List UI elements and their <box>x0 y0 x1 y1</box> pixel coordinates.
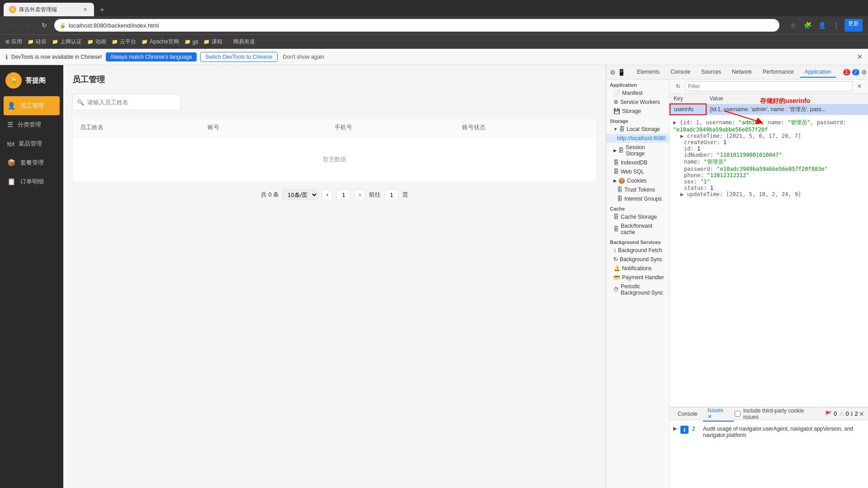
tab-application[interactable]: Application <box>800 67 836 78</box>
bottom-tab-console[interactable]: Console <box>673 410 702 418</box>
goto-page-input[interactable] <box>384 189 399 200</box>
web-sql-icon: 🗄 <box>613 169 619 175</box>
nav-payment-handler[interactable]: 💳 Payment Handler <box>606 273 669 282</box>
sidebar-item-category[interactable]: ☰ 分类管理 <box>0 115 63 134</box>
devtools-inspect-btn[interactable]: ⚙ <box>610 67 616 78</box>
cookie-checkbox-row: Include third-party cookie issues <box>735 408 821 420</box>
active-tab[interactable]: 珠 珠吉外卖管理端 ✕ <box>4 3 94 16</box>
table-row[interactable]: userinfo {id:1, username: 'admin', name … <box>670 104 868 115</box>
tab-bar: 珠 珠吉外卖管理端 ✕ + <box>0 0 868 16</box>
nav-indexed-db[interactable]: 🗄 IndexedDB <box>606 158 669 167</box>
back-button[interactable]: ← <box>5 19 18 32</box>
nav-storage[interactable]: 💾 Storage <box>606 107 669 116</box>
bookmark-youdao[interactable]: Y 网易有道 <box>228 38 255 46</box>
cookies-label: Cookies <box>627 178 646 184</box>
search-input[interactable] <box>72 94 181 110</box>
sidebar-item-package[interactable]: 📦 套餐管理 <box>0 153 63 172</box>
bg-sync-icon: ↻ <box>613 256 618 263</box>
bookmark-apps[interactable]: ⊞ 应用 <box>5 38 22 46</box>
tab-close-btn[interactable]: ✕ <box>81 6 89 13</box>
bookmark-animation[interactable]: 📁 动画 <box>87 38 106 46</box>
nav-cache-storage[interactable]: 🗄 Cache Storage <box>606 212 669 221</box>
filter-input[interactable] <box>685 81 853 91</box>
nav-manifest[interactable]: 📄 Manifest <box>606 89 669 98</box>
nav-local-storage[interactable]: ▼ 🗄 Local Storage <box>606 125 669 134</box>
tab-network[interactable]: Network <box>727 67 756 78</box>
prev-page-button[interactable]: ‹ <box>322 189 333 200</box>
nav-bg-fetch[interactable]: ↕ Background Fetch <box>606 246 669 255</box>
json-line-11: ▶ updateTime: [2021, 5, 10, 2, 24, 9] <box>673 191 864 197</box>
refresh-filter-btn[interactable]: ↻ <box>673 81 683 91</box>
clear-filter-btn[interactable]: ✕ <box>854 81 864 91</box>
col-name: 员工姓名 <box>80 123 208 131</box>
tab-performance[interactable]: Performance <box>758 67 798 78</box>
info-icon: ℹ <box>5 53 8 61</box>
devtools-table-wrap: Key Value userinfo {id:1, username: 'adm… <box>670 94 868 115</box>
nav-bg-sync[interactable]: ↻ Background Sync <box>606 255 669 264</box>
nav-web-sql[interactable]: 🗄 Web SQL <box>606 167 669 176</box>
bottom-tab-issues[interactable]: Issues ✕ <box>703 406 734 422</box>
staff-icon: 👤 <box>7 102 16 110</box>
blue-issue-icon: ℹ <box>851 411 853 417</box>
devtools-settings-btn[interactable]: ⚙ <box>861 67 867 78</box>
sidebar-item-staff[interactable]: 👤 员工管理 <box>4 96 60 115</box>
col-phone: 手机号 <box>335 123 462 131</box>
bottom-panel-close-btn[interactable]: ✕ <box>859 410 864 418</box>
devtools-json-content: ▶ {id: 1, username: "admin", name: "管理员"… <box>670 115 868 407</box>
profile-btn[interactable]: 👤 <box>816 19 828 32</box>
update-button[interactable]: 更新 <box>844 19 863 32</box>
local-storage-url-label: http://localhost:8080 <box>617 135 665 141</box>
tab-sources[interactable]: Sources <box>697 67 726 78</box>
nav-notifications[interactable]: 🔔 Notifications <box>606 264 669 273</box>
nav-local-storage-url[interactable]: http://localhost:8080 <box>606 134 669 143</box>
bookmark-course-label: 课程 <box>212 38 222 46</box>
dismiss-notification-button[interactable]: Don't show again <box>283 54 325 60</box>
nav-interest-groups[interactable]: 🗄 Interest Groups <box>606 194 669 203</box>
nav-cookies[interactable]: ▶ 🍪 Cookies <box>606 176 669 185</box>
cache-storage-icon: 🗄 <box>613 214 619 220</box>
nav-periodic-bg-sync[interactable]: ⏱ Periodic Background Sync <box>606 282 669 297</box>
col-status: 账号状态 <box>462 123 590 131</box>
page-size-select[interactable]: 10条/页 <box>283 190 318 200</box>
nav-back-forward-cache[interactable]: 🗄 Back/forward cache <box>606 221 669 237</box>
payment-label: Payment Handler <box>622 274 664 281</box>
switch-to-chinese-button[interactable]: Switch DevTools to Chinese <box>200 52 278 62</box>
bookmark-apache[interactable]: 📁 Apache官网 <box>142 38 179 46</box>
json-line-1: ▶ {id: 1, username: "admin", name: "管理员"… <box>673 119 864 133</box>
next-page-button[interactable]: › <box>354 189 365 200</box>
address-bar[interactable]: 🔒 localhost:8080/backend/index.html <box>54 19 779 32</box>
sidebar-item-orders-label: 订单明细 <box>20 178 44 186</box>
session-expand-icon: ▶ <box>613 148 617 153</box>
bookmark-guigu[interactable]: 📁 硅谷 <box>28 38 47 46</box>
match-language-button[interactable]: Always match Chrome's language <box>106 52 197 61</box>
json-line-3: createUser: 1 <box>673 139 864 145</box>
bookmark-btn[interactable]: ☆ <box>787 19 799 32</box>
notification-close-button[interactable]: ✕ <box>857 52 863 61</box>
devtools-device-btn[interactable]: 📱 <box>618 67 625 78</box>
third-party-cookie-checkbox[interactable] <box>735 411 741 417</box>
issue-badges: 🚩 0 ⚠ 0 ℹ 2 <box>825 410 858 417</box>
current-page-input[interactable] <box>336 189 351 200</box>
sidebar-item-orders[interactable]: 📋 订单明细 <box>0 172 63 191</box>
tab-elements[interactable]: Elements <box>632 67 664 78</box>
bookmark-git[interactable]: 📁 git <box>184 39 198 45</box>
bookmark-course[interactable]: 📁 课程 <box>203 38 222 46</box>
sidebar-item-dish[interactable]: 🍽 菜品管理 <box>0 134 63 153</box>
devtools-bottom-panel: Console Issues ✕ Include third-party coo… <box>670 407 868 488</box>
bookmark-network-auth[interactable]: 📁 上网认证 <box>52 38 82 46</box>
tab-console[interactable]: Console <box>666 67 695 78</box>
reload-button[interactable]: ↻ <box>38 19 51 32</box>
issue-expand-btn[interactable]: ▶ <box>673 426 677 432</box>
orders-icon: 📋 <box>7 178 16 186</box>
bookmark-cloud[interactable]: 📁 云平台 <box>112 38 136 46</box>
nav-session-storage[interactable]: ▶ 🗄 Session Storage <box>606 143 669 158</box>
extensions-btn[interactable]: 🧩 <box>801 19 814 32</box>
nav-service-workers[interactable]: ⚙ Service Workers <box>606 98 669 107</box>
settings-btn[interactable]: ⋮ <box>830 19 843 32</box>
forward-button[interactable]: → <box>22 19 34 32</box>
new-tab-button[interactable]: + <box>96 4 108 16</box>
nav-trust-tokens[interactable]: 🗄 Trust Tokens <box>606 185 669 194</box>
bookmark-network-auth-label: 上网认证 <box>60 38 82 46</box>
manifest-label: Manifest <box>622 90 642 96</box>
yellow-issue-icon: ⚠ <box>839 411 844 417</box>
